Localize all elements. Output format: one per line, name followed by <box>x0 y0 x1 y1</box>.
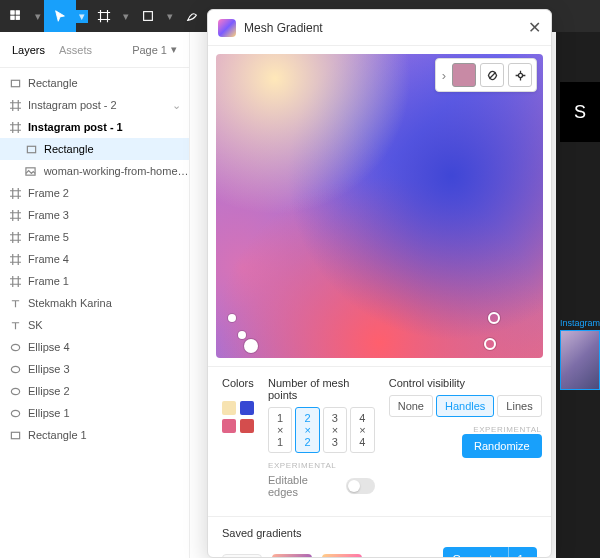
layers-list: RectangleInstagram post - 2⌄Instagram po… <box>0 68 189 446</box>
tab-assets[interactable]: Assets <box>59 44 92 56</box>
layers-panel: Layers Assets Page 1 ▾ RectangleInstagra… <box>0 32 190 558</box>
rect-icon <box>24 142 38 156</box>
experimental-label-right: EXPERIMENTAL <box>389 425 542 434</box>
chevron-right-icon[interactable]: › <box>440 68 448 83</box>
mesh-option[interactable]: 1 × 1 <box>268 407 292 453</box>
frame-tool[interactable] <box>88 0 120 32</box>
generate-button[interactable]: Generate <box>443 547 509 557</box>
editable-edges-toggle[interactable] <box>346 478 374 494</box>
layer-row[interactable]: Frame 3 <box>0 204 189 226</box>
canvas-frame-dark[interactable]: S <box>560 82 600 142</box>
saved-gradient-thumb[interactable] <box>272 554 312 557</box>
mesh-option[interactable]: 3 × 3 <box>323 407 347 453</box>
layer-label: Rectangle 1 <box>28 429 87 441</box>
layer-label: Frame 2 <box>28 187 69 199</box>
layer-row[interactable]: woman-working-from-home-l... <box>0 160 189 182</box>
layer-row[interactable]: Instagram post - 1 <box>0 116 189 138</box>
text-icon <box>8 318 22 332</box>
mesh-point[interactable] <box>484 338 496 350</box>
svg-rect-4 <box>144 12 153 21</box>
save-gradient-button[interactable]: Save <box>222 554 262 557</box>
frame-caret-icon[interactable]: ▾ <box>120 10 132 23</box>
mesh-points-segmented: 1 × 12 × 23 × 34 × 4 <box>268 407 375 453</box>
layer-row[interactable]: Rectangle 1 <box>0 424 189 446</box>
mesh-option[interactable]: 2 × 2 <box>295 407 319 453</box>
layer-row[interactable]: Frame 5 <box>0 226 189 248</box>
svg-rect-1 <box>16 11 20 15</box>
ellipse-icon <box>8 406 22 420</box>
layer-label: SK <box>28 319 43 331</box>
layer-row[interactable]: Ellipse 3 <box>0 358 189 380</box>
canvas[interactable]: S Instagram <box>556 32 600 558</box>
visibility-label: Control visibility <box>389 377 542 389</box>
layer-row[interactable]: Ellipse 2 <box>0 380 189 402</box>
plugin-header[interactable]: Mesh Gradient ✕ <box>208 10 551 46</box>
saved-gradients-section: Saved gradients Save Generate 1x Reset <box>208 516 551 557</box>
layer-label: Frame 1 <box>28 275 69 287</box>
plugin-logo-icon <box>218 19 236 37</box>
layer-row[interactable]: Frame 2 <box>0 182 189 204</box>
move-tool[interactable] <box>44 0 76 32</box>
menu-caret-icon[interactable]: ▾ <box>32 10 44 23</box>
layer-row[interactable]: Frame 4 <box>0 248 189 270</box>
page-selector-label: Page 1 <box>132 44 167 56</box>
frame-icon <box>8 208 22 222</box>
close-icon[interactable]: ✕ <box>528 20 541 36</box>
frame-icon <box>8 98 22 112</box>
layer-row[interactable]: SK <box>0 314 189 336</box>
experimental-label-left: EXPERIMENTAL <box>268 461 375 470</box>
gradient-preview[interactable] <box>216 54 543 358</box>
eyedropper-disabled-icon[interactable] <box>480 63 504 87</box>
layer-row[interactable]: Instagram post - 2⌄ <box>0 94 189 116</box>
mesh-point-selected[interactable] <box>244 339 258 353</box>
mesh-handle[interactable] <box>238 331 246 339</box>
ellipse-icon <box>8 384 22 398</box>
move-caret-icon[interactable]: ▾ <box>76 10 88 23</box>
colors-label: Colors <box>222 377 254 389</box>
saved-gradients-label: Saved gradients <box>222 527 537 539</box>
chevron-down-icon[interactable]: ⌄ <box>172 99 181 112</box>
layer-row[interactable]: Rectangle <box>0 72 189 94</box>
frame-icon <box>8 186 22 200</box>
color-swatch[interactable] <box>240 419 254 433</box>
visibility-option[interactable]: None <box>389 395 433 417</box>
tab-layers[interactable]: Layers <box>12 44 45 56</box>
pen-tool[interactable] <box>176 0 208 32</box>
shape-tool[interactable] <box>132 0 164 32</box>
menu-button[interactable] <box>0 0 32 32</box>
frame-icon <box>8 274 22 288</box>
canvas-frame-selected[interactable] <box>560 330 600 390</box>
layer-row[interactable]: Ellipse 1 <box>0 402 189 424</box>
color-swatch-button[interactable] <box>452 63 476 87</box>
visibility-option[interactable]: Handles <box>436 395 494 417</box>
randomize-button[interactable]: Randomize <box>462 434 542 458</box>
layer-label: Ellipse 3 <box>28 363 70 375</box>
layer-row[interactable]: Stekmakh Karina <box>0 292 189 314</box>
layer-row[interactable]: Frame 1 <box>0 270 189 292</box>
svg-rect-2 <box>11 16 15 20</box>
color-swatch[interactable] <box>240 401 254 415</box>
center-target-icon[interactable] <box>508 63 532 87</box>
sidebar-tabs: Layers Assets Page 1 ▾ <box>0 32 189 68</box>
mesh-points-label: Number of mesh points <box>268 377 375 401</box>
page-selector[interactable]: Page 1 ▾ <box>132 43 177 56</box>
svg-point-13 <box>518 73 522 77</box>
color-swatch[interactable] <box>222 401 236 415</box>
color-swatches <box>222 401 254 433</box>
generate-count-button[interactable]: 1x <box>508 547 537 557</box>
layer-label: Ellipse 2 <box>28 385 70 397</box>
mesh-option[interactable]: 4 × 4 <box>350 407 374 453</box>
preview-toolbar: › <box>435 58 537 92</box>
svg-rect-3 <box>16 16 20 20</box>
shape-caret-icon[interactable]: ▾ <box>164 10 176 23</box>
mesh-handle[interactable] <box>228 314 236 322</box>
layer-row[interactable]: Rectangle <box>0 138 189 160</box>
visibility-segmented: NoneHandlesLines <box>389 395 542 417</box>
color-swatch[interactable] <box>222 419 236 433</box>
mesh-point[interactable] <box>488 312 500 324</box>
saved-gradient-thumb[interactable] <box>322 554 362 557</box>
visibility-option[interactable]: Lines <box>497 395 541 417</box>
layer-row[interactable]: Ellipse 4 <box>0 336 189 358</box>
canvas-frame-label[interactable]: Instagram <box>560 318 600 328</box>
svg-point-9 <box>11 366 19 372</box>
